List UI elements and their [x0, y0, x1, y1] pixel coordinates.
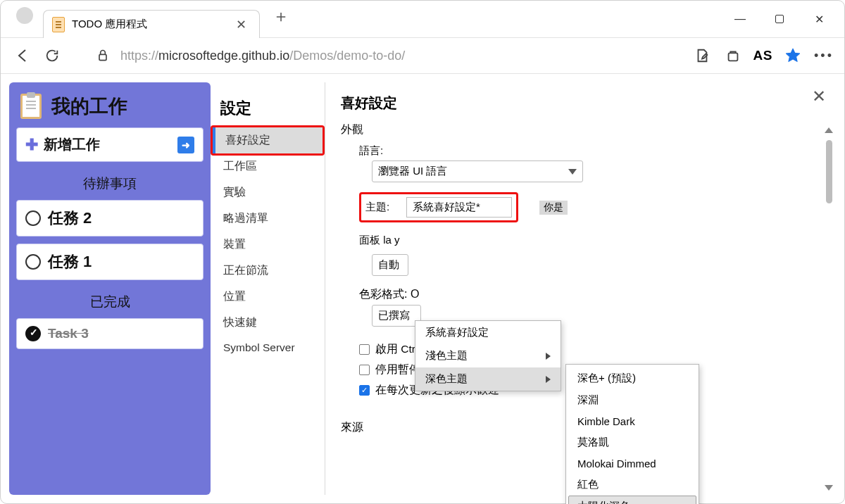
- plus-icon: ✚: [25, 136, 38, 154]
- new-tab-button[interactable]: ＋: [260, 5, 302, 33]
- appearance-group-label: 外觀: [341, 122, 820, 137]
- language-select[interactable]: 瀏覽器 UI 語言: [372, 160, 583, 182]
- dark-theme-option[interactable]: 深淵: [566, 389, 699, 411]
- profile-label[interactable]: AS: [753, 48, 772, 63]
- clipboard-icon: [20, 94, 42, 119]
- settings-nav-item-preferences[interactable]: 喜好設定: [213, 127, 323, 153]
- edit-page-icon[interactable]: [691, 45, 713, 66]
- window-close-button[interactable]: ✕: [803, 8, 834, 30]
- settings-title: 設定: [211, 95, 325, 127]
- settings-nav-item-workspace[interactable]: 工作區: [211, 153, 325, 179]
- panel-layout-value: 自動: [378, 258, 399, 272]
- window-maximize-button[interactable]: [764, 8, 795, 30]
- add-task-label: 新增工作: [44, 135, 100, 154]
- url-host: microsoftedge.github.io: [158, 49, 289, 63]
- scroll-thumb[interactable]: [826, 140, 832, 203]
- menu-item-label: 深色主題: [425, 372, 468, 386]
- task-label: Task 3: [48, 326, 89, 341]
- checkbox-checked-icon[interactable]: ✓: [359, 385, 370, 396]
- svg-rect-1: [728, 53, 737, 61]
- menu-item-label: 淺色主題: [425, 349, 468, 363]
- theme-menu-item-system[interactable]: 系統喜好設定: [415, 321, 561, 344]
- svg-rect-0: [99, 54, 106, 60]
- tasks-title: 我的工作: [51, 94, 127, 119]
- checkbox-unchecked-icon[interactable]: [359, 365, 370, 375]
- back-button[interactable]: [11, 44, 35, 68]
- settings-nav-item-shortcuts[interactable]: 快速鍵: [211, 310, 325, 336]
- close-panel-button[interactable]: ✕: [812, 87, 826, 106]
- dark-theme-option[interactable]: 莫洛凱: [566, 431, 699, 453]
- dark-theme-option[interactable]: Molokai Dimmed: [566, 453, 699, 474]
- settings-nav: 設定 喜好設定 工作區 實驗 略過清單 裝置 正在節流 位置 快速鍵 Symbo…: [211, 82, 325, 495]
- settings-nav-item-devices[interactable]: 裝置: [211, 232, 325, 258]
- done-section-label: 已完成: [16, 287, 204, 311]
- lock-icon: [91, 44, 115, 68]
- settings-nav-item-ignore-list[interactable]: 略過清單: [211, 206, 325, 232]
- add-task-button[interactable]: ✚ 新增工作 ➜: [16, 127, 204, 162]
- theme-menu: 系統喜好設定 淺色主題 深色主題: [415, 320, 561, 391]
- dark-theme-option-selected[interactable]: 太陽化深色: [568, 496, 696, 504]
- color-format-label: 色彩格式: O: [359, 287, 820, 302]
- color-format-value: 已撰寫: [378, 309, 410, 322]
- task-item-done[interactable]: Task 3: [16, 318, 204, 349]
- address-bar[interactable]: https://microsoftedge.github.io/Demos/de…: [120, 49, 680, 63]
- task-label: 任務 2: [48, 208, 92, 229]
- theme-menu-item-dark[interactable]: 深色主題: [415, 367, 561, 391]
- panel-layout-select[interactable]: 自動: [372, 254, 408, 276]
- more-menu-button[interactable]: •••: [813, 45, 834, 66]
- close-tab-button[interactable]: ✕: [232, 17, 251, 32]
- tab-title: TODO 應用程式: [72, 18, 147, 31]
- theme-label: 主題:: [365, 201, 396, 214]
- scroll-down-icon[interactable]: [825, 485, 833, 491]
- menu-item-label: 系統喜好設定: [425, 326, 489, 339]
- language-label: 語言:: [359, 144, 820, 158]
- task-item[interactable]: 任務 1: [16, 244, 204, 280]
- favorite-star-icon[interactable]: [782, 45, 803, 66]
- scrollbar[interactable]: [823, 127, 834, 491]
- chevron-down-icon: [568, 169, 577, 175]
- dark-theme-submenu: 深色+ (預設) 深淵 Kimble Dark 莫洛凱 Molokai Dimm…: [565, 364, 699, 504]
- pending-section-label: 待辦事項: [16, 169, 204, 193]
- collections-icon[interactable]: [722, 45, 744, 66]
- settings-nav-item-locations[interactable]: 位置: [211, 284, 325, 310]
- theme-select[interactable]: 系統喜好設定*: [406, 197, 512, 218]
- checked-circle-icon[interactable]: [25, 326, 41, 341]
- window-minimize-button[interactable]: —: [725, 8, 756, 30]
- submit-task-button[interactable]: ➜: [177, 137, 194, 153]
- color-format-select[interactable]: 已撰寫: [372, 305, 421, 327]
- clipboard-icon: [52, 17, 65, 32]
- url-scheme: https://: [120, 49, 158, 63]
- chevron-right-icon: [546, 376, 551, 383]
- panel-layout-label: 面板 la y: [359, 234, 401, 247]
- checkbox-unchecked-icon[interactable]: [359, 344, 370, 355]
- url-path: /Demos/demo-to-do/: [289, 49, 405, 63]
- task-item[interactable]: 任務 2: [16, 200, 204, 237]
- language-value: 瀏覽器 UI 語言: [378, 165, 447, 178]
- profile-avatar[interactable]: [16, 7, 33, 24]
- unchecked-circle-icon[interactable]: [25, 254, 41, 270]
- reload-button[interactable]: [40, 44, 64, 68]
- task-label: 任務 1: [48, 251, 92, 272]
- browser-tab[interactable]: TODO 應用程式 ✕: [43, 10, 260, 38]
- settings-nav-item-throttling[interactable]: 正在節流: [211, 258, 325, 284]
- chevron-right-icon: [546, 353, 551, 360]
- panel-title: 喜好設定: [341, 94, 820, 113]
- settings-nav-item-experiments[interactable]: 實驗: [211, 179, 325, 206]
- theme-menu-item-light[interactable]: 淺色主題: [415, 344, 561, 367]
- dark-theme-option[interactable]: Kimble Dark: [566, 411, 699, 431]
- tasks-sidebar: 我的工作 ✚ 新增工作 ➜ 待辦事項 任務 2 任務 1 已完成 Task 3: [9, 82, 211, 495]
- settings-nav-item-symbol-server[interactable]: Symbol Server: [211, 336, 325, 360]
- partial-text: 你是: [539, 201, 568, 215]
- dark-theme-option[interactable]: 深色+ (預設): [566, 367, 699, 389]
- scroll-up-icon[interactable]: [825, 127, 833, 133]
- dark-theme-option[interactable]: 紅色: [566, 474, 699, 496]
- unchecked-circle-icon[interactable]: [25, 210, 41, 226]
